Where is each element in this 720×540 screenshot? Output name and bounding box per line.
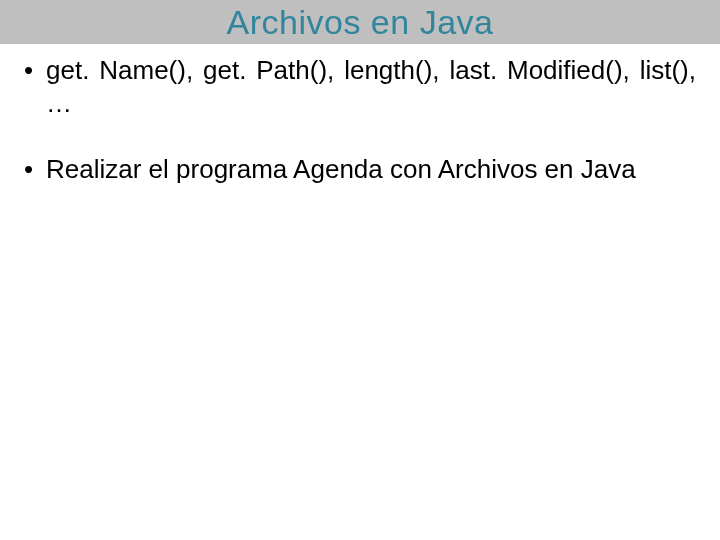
slide-body: get. Name(), get. Path(), length(), last… [0,44,720,186]
slide-title: Archivos en Java [227,3,494,42]
list-item: get. Name(), get. Path(), length(), last… [24,54,696,119]
list-item: Realizar el programa Agenda con Archivos… [24,153,696,186]
title-bar: Archivos en Java [0,0,720,44]
slide: Archivos en Java get. Name(), get. Path(… [0,0,720,540]
bullet-list: get. Name(), get. Path(), length(), last… [24,54,696,186]
